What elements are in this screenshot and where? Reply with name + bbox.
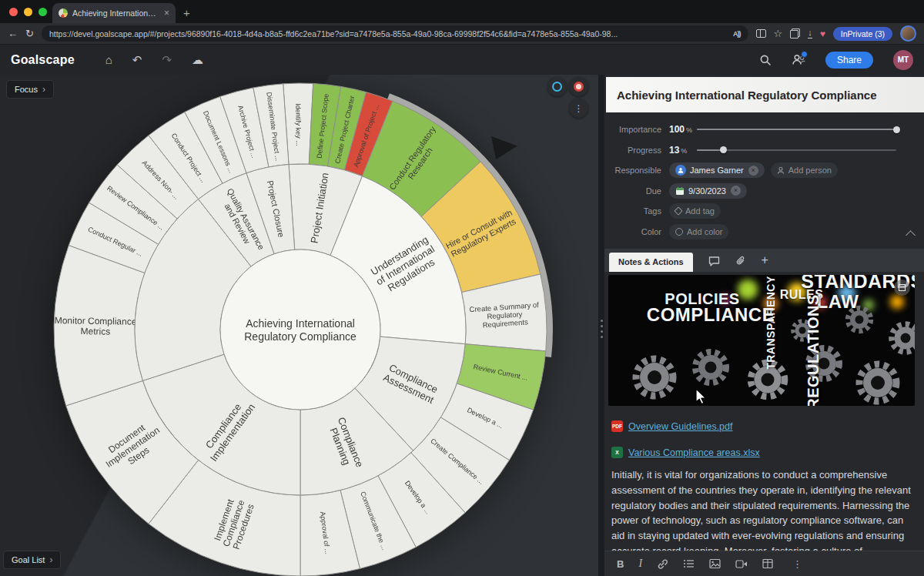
more-options-icon[interactable]: ⋮	[792, 558, 802, 570]
comment-icon[interactable]	[708, 256, 720, 266]
progress-value: 13%	[669, 145, 697, 156]
note-text[interactable]: Initially, it is vital for organizations…	[611, 467, 915, 551]
focus-label: Focus	[15, 85, 38, 94]
excel-file-icon: X	[611, 447, 623, 458]
insert-table-button[interactable]	[762, 558, 773, 569]
bold-button[interactable]: B	[617, 558, 624, 570]
note-image[interactable]: STANDARDSPOLICIESTRANSPARENCYRULESLAWCOM…	[608, 275, 915, 406]
chevron-right-icon: ›	[42, 84, 45, 95]
color-circle-icon	[675, 228, 683, 236]
redo-icon[interactable]: ↷	[162, 54, 172, 65]
goal-title-card[interactable]: Achieving International Regulatory Compl…	[606, 77, 924, 112]
attachment-name[interactable]: Overview Guidelines.pdf	[628, 421, 732, 432]
importance-label: Importance	[604, 125, 661, 134]
gears-graphic	[608, 275, 915, 406]
goalscape-logo: Goalscape	[11, 53, 75, 67]
notification-badge	[801, 51, 808, 58]
calendar-icon	[675, 186, 685, 196]
url-text[interactable]: https://devel.goalscape.app/#/projects/9…	[49, 29, 727, 39]
macos-zoom-button[interactable]	[38, 8, 47, 16]
goal-properties: Importance 100% Progress 13% Responsible	[604, 119, 924, 242]
macos-minimize-button[interactable]	[24, 8, 32, 16]
screen: Achieving International Regula... × + ← …	[0, 0, 924, 576]
browser-essentials-icon[interactable]: ♥	[820, 29, 825, 39]
image-word: COMPLIANCE	[647, 304, 775, 326]
canvas-compass-button[interactable]	[547, 77, 567, 96]
goal-list-label: Goal List	[12, 555, 45, 564]
goal-list-button[interactable]: Goal List ›	[3, 551, 61, 569]
collections-icon[interactable]	[790, 28, 800, 39]
center-goal-label: Achieving InternationalRegulatory Compli…	[244, 317, 357, 343]
importance-slider[interactable]	[697, 124, 896, 135]
insert-image-button[interactable]	[709, 558, 721, 569]
attachment-paperclip-icon[interactable]	[735, 256, 746, 266]
back-icon[interactable]: ←	[8, 28, 18, 39]
select-square-icon	[899, 284, 906, 291]
editor-toolbar: B I ⋮	[604, 551, 924, 576]
tab-notes-actions[interactable]: Notes & Actions	[609, 253, 693, 272]
attachment-link-pdf[interactable]: PDF Overview Guidelines.pdf	[611, 420, 732, 432]
due-row: Due 9/30/2023 ×	[604, 181, 924, 202]
slider-thumb[interactable]	[720, 146, 727, 153]
cloud-sync-icon[interactable]: ☁	[192, 54, 203, 65]
slider-thumb[interactable]	[893, 126, 900, 133]
refresh-icon[interactable]: ↻	[25, 28, 34, 39]
due-date-chip[interactable]: 9/30/2023 ×	[669, 183, 747, 199]
home-icon[interactable]: ⌂	[105, 54, 112, 65]
color-row: Color Add color	[604, 222, 924, 243]
search-icon[interactable]	[759, 54, 772, 66]
workspace: Identify key ...Define Project ScopeCrea…	[0, 75, 924, 576]
list-button[interactable]	[683, 558, 695, 569]
mouse-cursor	[695, 389, 707, 404]
new-tab-button[interactable]: +	[183, 6, 190, 19]
browser-tab-strip: Achieving International Regula... × +	[0, 0, 924, 23]
user-avatar[interactable]: MT	[893, 50, 913, 70]
person-name: James Garner	[690, 166, 744, 175]
macos-close-button[interactable]	[9, 8, 18, 16]
importance-value: 100%	[669, 124, 697, 135]
share-button[interactable]: Share	[825, 52, 873, 69]
undo-icon[interactable]: ↶	[132, 54, 142, 65]
image-word: LAW	[817, 291, 859, 313]
color-label: Color	[604, 227, 661, 236]
tab-close-icon[interactable]: ×	[164, 8, 169, 18]
attachment-name[interactable]: Various Compliance areas.xlsx	[628, 447, 760, 458]
collaborators-icon[interactable]	[792, 54, 805, 65]
pdf-file-icon: PDF	[611, 420, 623, 432]
image-select-button[interactable]	[894, 280, 910, 296]
favorites-star-icon[interactable]: ☆	[774, 28, 783, 39]
goal-map-canvas[interactable]: Identify key ...Define Project ScopeCrea…	[0, 75, 598, 576]
add-tab-button[interactable]: +	[762, 254, 768, 266]
read-aloud-icon[interactable]: A))	[733, 30, 741, 38]
importance-row: Importance 100%	[604, 119, 924, 140]
tab-title: Achieving International Regula...	[72, 8, 159, 18]
split-screen-icon[interactable]	[756, 29, 766, 38]
inprivate-badge[interactable]: InPrivate (3)	[833, 27, 892, 41]
insert-video-button[interactable]	[735, 559, 748, 569]
italic-button[interactable]: I	[638, 558, 642, 570]
browser-tab[interactable]: Achieving International Regula... ×	[52, 3, 176, 23]
remove-person-icon[interactable]: ×	[748, 166, 758, 176]
canvas-more-button[interactable]: ⋮	[569, 99, 588, 118]
add-person-chip[interactable]: Add person	[771, 162, 838, 178]
record-icon	[574, 82, 584, 92]
downloads-icon[interactable]: ↓	[808, 28, 812, 39]
add-tag-chip[interactable]: Add tag	[669, 203, 721, 219]
chevron-right-icon: ›	[49, 554, 52, 565]
progress-slider[interactable]	[697, 145, 896, 156]
focus-button[interactable]: Focus ›	[6, 80, 54, 99]
responsible-row: Responsible James Garner × Add person	[604, 160, 924, 181]
url-bar[interactable]: https://devel.goalscape.app/#/projects/9…	[42, 25, 748, 42]
canvas-record-button[interactable]	[569, 77, 588, 96]
remove-due-icon[interactable]: ×	[731, 186, 741, 196]
add-color-chip[interactable]: Add color	[669, 224, 728, 239]
panel-resize-handle[interactable]	[598, 75, 604, 576]
drag-dots-icon	[601, 320, 603, 322]
responsible-person-chip[interactable]: James Garner ×	[669, 162, 765, 178]
add-tag-placeholder: Add tag	[685, 206, 715, 216]
image-word: REGULATIONS	[805, 294, 822, 406]
attachment-link-xlsx[interactable]: X Various Compliance areas.xlsx	[611, 447, 760, 458]
link-button[interactable]	[657, 558, 668, 570]
macos-window-controls	[9, 8, 47, 16]
browser-profile-avatar[interactable]	[900, 25, 916, 42]
